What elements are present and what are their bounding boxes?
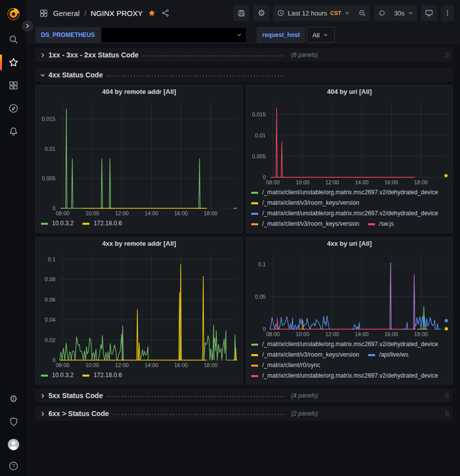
row-header-4xx[interactable]: 4xx Status Code: [35, 68, 453, 82]
row-main: 5xx Status Code: [46, 391, 284, 400]
legend-item[interactable]: /_matrix/client/unstable/org.matrix.msc2…: [251, 339, 438, 350]
svg-text:0.08: 0.08: [45, 276, 55, 282]
panel-title[interactable]: 404 by remote addr [All]: [36, 85, 242, 98]
sidebar-item-search[interactable]: [0, 28, 27, 51]
panel-title[interactable]: 404 by uri [All]: [246, 85, 453, 98]
sidebar-item-help[interactable]: ?: [0, 456, 27, 476]
row-title: 5xx Status Code: [48, 392, 103, 400]
legend-item[interactable]: /_matrix/client/v3/room_keys/version: [251, 198, 359, 208]
breadcrumb-section[interactable]: General: [53, 9, 79, 17]
row-dotted-leader: [142, 52, 284, 59]
legend-item[interactable]: 10.0.3.2: [41, 370, 73, 381]
row-main: 1xx - 3xx - 2xx Status Code: [46, 50, 284, 59]
row-drag-handle[interactable]: [444, 51, 451, 59]
svg-text:14:00: 14:00: [355, 331, 369, 337]
breadcrumb: General / NGINX PROXY: [39, 8, 170, 18]
svg-text:0.02: 0.02: [45, 337, 55, 343]
svg-text:16:00: 16:00: [174, 362, 188, 368]
datasource-variable-label[interactable]: DS_PROMETHEUS: [35, 27, 100, 43]
refresh-button[interactable]: [374, 5, 390, 21]
panel-grid: 404 by remote addr [All] 08:0010:0012:00…: [35, 85, 453, 385]
timeseries-chart[interactable]: 08:0010:0012:0014:0016:0018:0000.020.040…: [36, 250, 242, 369]
time-range-picker[interactable]: Last 12 hours CST: [273, 5, 354, 21]
sidebar-item-server-admin[interactable]: [0, 410, 27, 433]
time-range-label: Last 12 hours: [288, 9, 327, 17]
legend-swatch: [251, 202, 258, 204]
svg-text:0.01: 0.01: [255, 132, 266, 138]
svg-text:0.01: 0.01: [45, 146, 55, 152]
shield-icon: [8, 417, 19, 427]
row-drag-handle[interactable]: [444, 392, 451, 400]
legend-item[interactable]: /_matrix/client/unstable/org.matrix.msc2…: [251, 187, 438, 198]
sidebar-item-explore[interactable]: [0, 97, 27, 120]
favorite-star-icon[interactable]: [147, 8, 156, 17]
legend-item[interactable]: /api/live/ws: [368, 350, 409, 360]
chevron-right-icon: [38, 393, 46, 399]
request-host-variable-select[interactable]: All: [307, 27, 335, 43]
svg-text:12:00: 12:00: [325, 179, 339, 185]
dashboard-title[interactable]: NGINX PROXY: [91, 9, 143, 17]
legend-swatch: [251, 375, 258, 377]
legend-item[interactable]: /_matrix/client/v3/room_keys/version: [251, 219, 359, 229]
search-icon: [8, 34, 19, 45]
svg-text:0.06: 0.06: [45, 297, 55, 303]
more-options-button[interactable]: [441, 5, 454, 21]
row-header-6xx[interactable]: 6xx > Status Code (2 panels): [35, 407, 453, 421]
legend-label: /_matrix/client/unstable/org.matrix.msc2…: [262, 339, 438, 350]
datasource-variable-select[interactable]: [101, 27, 247, 43]
legend-item[interactable]: /_matrix/client/r0/sync: [251, 360, 320, 371]
dashboard-grid-icon: [39, 8, 48, 18]
refresh-interval-picker[interactable]: 30s: [391, 5, 417, 21]
chevron-right-icon: [38, 411, 46, 417]
sidebar-item-profile[interactable]: [0, 433, 27, 456]
row-drag-handle[interactable]: [444, 410, 451, 418]
legend-swatch: [251, 365, 258, 367]
svg-text:10:00: 10:00: [85, 210, 99, 216]
legend-item[interactable]: 172.18.0.6: [82, 218, 122, 229]
svg-text:18:00: 18:00: [414, 331, 428, 337]
legend-swatch: [251, 213, 258, 215]
timeseries-chart[interactable]: 08:0010:0012:0014:0016:0018:0000.0050.01…: [36, 98, 242, 217]
legend-label: 172.18.0.6: [93, 218, 122, 229]
legend-item[interactable]: /_matrix/client/unstable/org.matrix.msc2…: [251, 371, 438, 381]
svg-text:0: 0: [52, 205, 55, 211]
legend-item[interactable]: /_matrix/client/v3/room_keys/version: [251, 350, 359, 360]
gear-icon: ⚙: [258, 9, 265, 17]
svg-text:0: 0: [52, 357, 55, 363]
row-panel-count: (4 panels): [291, 392, 318, 399]
panel-title[interactable]: 4xx by remote addr [All]: [36, 237, 242, 250]
timeseries-chart[interactable]: 08:0010:0012:0014:0016:0018:0000.050.1: [246, 250, 453, 338]
tv-mode-button[interactable]: [421, 5, 437, 21]
sidebar-item-alerting[interactable]: [0, 120, 27, 143]
panel-title[interactable]: 4xx by uri [All]: [246, 237, 453, 250]
legend-swatch: [82, 223, 89, 225]
legend-item[interactable]: /_matrix/client/unstable/org.matrix.msc2…: [251, 208, 438, 219]
timeseries-chart[interactable]: 08:0010:0012:0014:0016:0018:0000.0050.01…: [246, 98, 453, 186]
sidebar-item-starred[interactable]: [0, 51, 27, 74]
legend-swatch: [41, 223, 48, 225]
svg-text:0.1: 0.1: [258, 261, 266, 267]
legend-item[interactable]: /sw.js: [368, 219, 394, 229]
row-main: 4xx Status Code: [46, 70, 284, 79]
svg-text:18:00: 18:00: [204, 362, 218, 368]
svg-text:08:00: 08:00: [56, 362, 70, 368]
sidebar-expand-button[interactable]: [22, 20, 33, 31]
panel-4xx-by-uri: 4xx by uri [All] 08:0010:0012:0014:0016:…: [246, 237, 453, 385]
request-host-variable-label[interactable]: request_host: [257, 27, 305, 43]
panel-404-by-uri: 404 by uri [All] 08:0010:0012:0014:0016:…: [246, 85, 453, 233]
sidebar-item-dashboards[interactable]: [0, 74, 27, 97]
svg-text:0.1: 0.1: [48, 256, 55, 262]
row-title: 4xx Status Code: [48, 71, 103, 79]
legend-item[interactable]: 10.0.3.2: [41, 218, 73, 229]
svg-text:18:00: 18:00: [414, 179, 428, 185]
zoom-out-button[interactable]: [354, 5, 370, 21]
share-icon[interactable]: [161, 8, 170, 17]
save-dashboard-button[interactable]: [233, 5, 249, 21]
dashboard-settings-button[interactable]: ⚙: [253, 5, 269, 21]
sidebar-item-configuration[interactable]: ⚙: [0, 387, 27, 410]
time-picker-group: Last 12 hours CST: [273, 5, 370, 21]
row-header-5xx[interactable]: 5xx Status Code (4 panels): [35, 389, 453, 403]
svg-text:16:00: 16:00: [385, 331, 399, 337]
row-header-1xx-3xx-2xx[interactable]: 1xx - 3xx - 2xx Status Code (6 panels): [35, 48, 453, 62]
legend-item[interactable]: 172.18.0.6: [82, 370, 122, 381]
